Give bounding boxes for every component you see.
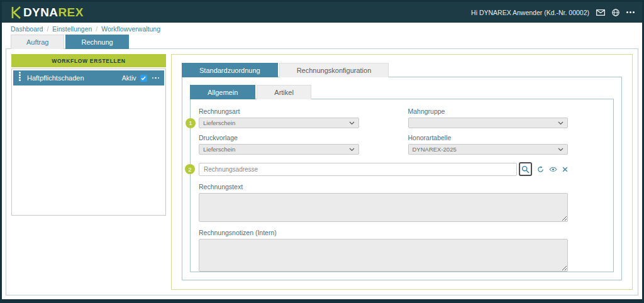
breadcrumb-separator: / — [96, 25, 97, 33]
step-badge-1: 1 — [186, 118, 196, 128]
mail-icon[interactable] — [596, 9, 605, 16]
tab-artikel[interactable]: Artikel — [257, 85, 311, 99]
workflow-item-more-icon[interactable] — [152, 77, 160, 79]
brand-logo: DYNAREX — [11, 6, 84, 19]
rechnungsnotizen-label: Rechnungsnotizen (Intern) — [199, 229, 568, 236]
breadcrumb-item-workflowverwaltung[interactable]: Workflowverwaltung — [101, 25, 160, 33]
rechnungsnotizen-textarea[interactable] — [199, 239, 568, 272]
globe-icon[interactable] — [612, 9, 619, 16]
tab-rechnung[interactable]: Rechnung — [65, 35, 128, 49]
honorartabelle-select[interactable]: DYNAREX-2025 — [408, 144, 569, 155]
breadcrumb: Dashboard / Einstellungen / Workflowverw… — [2, 23, 642, 35]
breadcrumb-item-einstellungen[interactable]: Einstellungen — [52, 25, 92, 33]
field-druckvorlage: Druckvorlage Lieferschein — [199, 134, 359, 155]
eye-icon — [549, 167, 557, 172]
workflow-item-haftpflichtschaden[interactable]: Haftpflichtschaden Aktiv — [13, 70, 164, 85]
breadcrumb-separator: / — [47, 25, 48, 33]
rechnungstext-label: Rechnungstext — [199, 183, 568, 190]
content-wrapper: WORKFLOW ERSTELLEN Haftpflichtschaden Ak… — [6, 48, 638, 295]
search-button[interactable] — [519, 162, 532, 176]
config-tab-bar: Standardzuordnung Rechnungskonfiguration — [182, 63, 622, 77]
standardzuordnung-panel: Allgemein Artikel Rechnungsart 1 Liefers… — [182, 77, 622, 280]
tab-allgemein[interactable]: Allgemein — [190, 85, 255, 99]
workflow-list: Haftpflichtschaden Aktiv — [11, 69, 166, 216]
chevron-down-icon — [349, 119, 355, 126]
tab-standardzuordnung[interactable]: Standardzuordnung — [182, 63, 278, 77]
chevron-down-icon — [349, 146, 355, 153]
user-greeting[interactable]: Hi DYNAREX Anwender (Kd.-Nr. 00002) — [471, 9, 589, 16]
druckvorlage-value: Lieferschein — [203, 146, 235, 153]
rechnungsart-label: Rechnungsart — [199, 107, 359, 115]
main-panel: Standardzuordnung Rechnungskonfiguration… — [171, 54, 633, 290]
field-rechnungsart: Rechnungsart 1 Lieferschein — [199, 107, 359, 128]
active-check-icon[interactable] — [140, 75, 147, 82]
honorartabelle-value: DYNAREX-2025 — [413, 146, 457, 153]
rechnungstext-textarea[interactable] — [199, 193, 568, 222]
refresh-button[interactable] — [537, 166, 544, 173]
tab-rechnungskonfiguration[interactable]: Rechnungskonfiguration — [279, 63, 389, 77]
tab-auftrag[interactable]: Auftrag — [11, 35, 64, 49]
honorartabelle-label: Honorartabelle — [408, 134, 569, 141]
clear-icon — [562, 167, 568, 172]
chevron-down-icon — [558, 146, 564, 153]
field-honorartabelle: Honorartabelle DYNAREX-2025 — [408, 134, 569, 155]
workflow-sidebar: WORKFLOW ERSTELLEN Haftpflichtschaden Ak… — [11, 54, 166, 290]
search-icon — [521, 165, 530, 174]
allgemein-panel: Rechnungsart 1 Lieferschein Mahngruppe — [190, 99, 614, 272]
workflow-erstellen-button[interactable]: WORKFLOW ERSTELLEN — [11, 54, 166, 67]
module-tab-bar: Auftrag Rechnung — [2, 35, 642, 49]
workflow-status-label: Aktiv — [122, 74, 136, 82]
app-window: DYNAREX Hi DYNAREX Anwender (Kd.-Nr. 000… — [0, 0, 644, 303]
more-menu-icon[interactable] — [626, 11, 635, 13]
logo-k-icon — [11, 6, 21, 19]
mahngruppe-label: Mahngruppe — [408, 107, 569, 115]
rechnungsadresse-row: 2 — [199, 162, 568, 176]
step-badge-2: 2 — [185, 164, 195, 174]
field-mahngruppe: Mahngruppe — [408, 107, 569, 128]
refresh-icon — [537, 166, 544, 173]
clear-button[interactable] — [562, 167, 568, 172]
druckvorlage-label: Druckvorlage — [199, 134, 359, 141]
workflow-item-label: Haftpflichtschaden — [27, 74, 122, 82]
rechnungsart-select[interactable]: 1 Lieferschein — [199, 118, 359, 128]
rechnungsart-value: Lieferschein — [203, 119, 235, 126]
brand-name: DYNAREX — [23, 6, 84, 18]
druckvorlage-select[interactable]: Lieferschein — [199, 144, 359, 155]
mahngruppe-select[interactable] — [408, 118, 569, 128]
rechnungsadresse-input[interactable] — [199, 163, 517, 176]
drag-handle-icon[interactable] — [19, 72, 21, 74]
preview-button[interactable] — [549, 167, 557, 172]
breadcrumb-item-dashboard[interactable]: Dashboard — [11, 25, 43, 33]
section-tab-bar: Allgemein Artikel — [190, 85, 614, 99]
app-header: DYNAREX Hi DYNAREX Anwender (Kd.-Nr. 000… — [2, 2, 642, 23]
chevron-down-icon — [558, 119, 564, 126]
